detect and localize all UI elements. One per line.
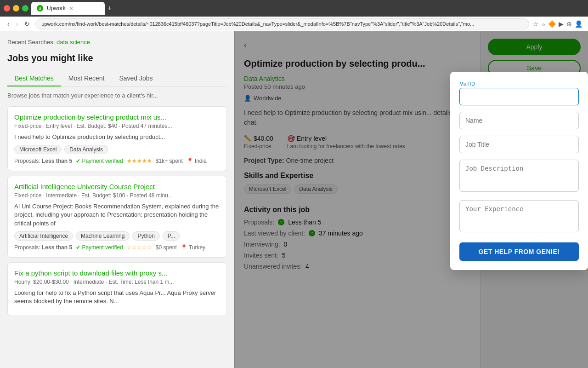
mail-id-input[interactable]: [459, 88, 579, 105]
rating-1: ★★★★★: [127, 158, 152, 164]
ext-icon-2: 🔶: [548, 20, 556, 28]
tag-data-analysis: Data Analysis: [64, 145, 108, 154]
ext-icon-4: ⊕: [566, 20, 572, 28]
job-card-3[interactable]: Fix a python script to download files wi…: [7, 262, 227, 316]
job-card-1-title[interactable]: Optimize production by selecting product…: [14, 113, 220, 121]
tab-bar: U Upwork ✕ +: [31, 0, 584, 17]
job-card-2-desc: AI Uni Course Project: Books Recommendat…: [14, 202, 220, 228]
ext-icon-5: 👤: [575, 20, 582, 28]
tab-favicon: U: [37, 5, 43, 12]
active-tab[interactable]: U Upwork ✕: [31, 2, 105, 15]
job-card-2-tags: Artificial Intelligence Machine Learning…: [14, 231, 220, 241]
job-card-2-title[interactable]: Artificial Intelligence University Cours…: [14, 183, 220, 190]
browse-text: Browse jobs that match your experience t…: [7, 92, 227, 99]
proposals-label-1: Proposals: Less than 5: [14, 158, 72, 164]
maximize-window-btn[interactable]: [22, 5, 28, 12]
genie-submit-btn[interactable]: GET HELP FROM GENIE!: [459, 242, 579, 261]
proposals-label-2: Proposals: Less than 5: [14, 244, 72, 251]
minimize-window-btn[interactable]: [13, 5, 19, 12]
spend-2: $0 spent: [156, 244, 177, 251]
window-controls: [4, 5, 28, 12]
job-card-3-title[interactable]: Fix a python script to download files wi…: [14, 269, 220, 277]
tag-excel: Microsoft Excel: [14, 145, 62, 154]
tab-close-btn[interactable]: ✕: [69, 6, 73, 11]
tag-python: Python: [132, 231, 159, 241]
job-card-1-desc: I need help to Optimize production by se…: [14, 133, 220, 141]
ext-icon-3: ▶: [559, 20, 564, 28]
spend-1: $1k+ spent: [156, 158, 183, 164]
location-2: 📍 Turkey: [181, 244, 205, 251]
bookmark-icon: ☆: [533, 20, 539, 28]
job-card-3-meta: Hourly: $20.00-$30.00 · Intermediate · E…: [14, 279, 220, 285]
tab-title: Upwork: [47, 5, 66, 12]
recent-search-link[interactable]: data science: [57, 39, 90, 46]
job-card-2-meta: Fixed-price · Intermediate · Est. Budget…: [14, 192, 220, 199]
payment-verified-1: ✔ Payment verified: [76, 158, 123, 164]
mail-id-field: Mail ID: [459, 81, 579, 105]
back-btn[interactable]: ‹: [6, 18, 11, 29]
name-input[interactable]: [459, 112, 579, 129]
address-bar: ‹ › ↻ upwork.com/nx/find-work/best-match…: [0, 17, 588, 31]
extension-icons: ☆ ⬦ 🔶 ▶ ⊕ 👤: [533, 20, 582, 28]
tab-saved-jobs[interactable]: Saved Jobs: [112, 71, 160, 86]
modal-overlay: Mail ID GET HELP FROM GENIE!: [234, 31, 588, 368]
job-card-3-desc: Looking for help to fix a Python script …: [14, 289, 220, 305]
experience-input[interactable]: [459, 200, 579, 232]
tag-ai: Artificial Intelligence: [14, 231, 73, 241]
job-title-input[interactable]: [459, 136, 579, 153]
recent-searches: Recent Searches: data science: [7, 39, 227, 46]
job-description-field: [459, 160, 579, 194]
new-tab-btn[interactable]: +: [107, 4, 112, 12]
job-description-input[interactable]: [459, 160, 579, 192]
close-window-btn[interactable]: [4, 5, 10, 12]
rating-2: ☆☆☆☆☆: [127, 244, 152, 251]
location-1: 📍 India: [187, 158, 207, 164]
ext-icon-1: ⬦: [542, 20, 545, 28]
job-card-1-footer: Proposals: Less than 5 ✔ Payment verifie…: [14, 158, 220, 164]
job-card-1[interactable]: Optimize production by selecting product…: [7, 106, 227, 171]
left-panel: Recent Searches: data science Jobs you m…: [0, 31, 234, 368]
payment-verified-2: ✔ Payment verified: [76, 244, 123, 251]
nav-buttons: ‹ › ↻: [6, 18, 32, 29]
tab-most-recent[interactable]: Most Recent: [61, 71, 112, 86]
forward-btn[interactable]: ›: [14, 18, 20, 29]
url-bar[interactable]: upwork.com/nx/find-work/best-matches/det…: [35, 18, 529, 29]
tab-best-matches[interactable]: Best Matches: [7, 71, 61, 86]
mail-id-label: Mail ID: [459, 81, 579, 86]
job-card-2[interactable]: Artificial Intelligence University Cours…: [7, 176, 227, 258]
name-field: [459, 112, 579, 129]
job-card-1-tags: Microsoft Excel Data Analysis: [14, 145, 220, 154]
reload-btn[interactable]: ↻: [23, 18, 32, 29]
job-tab-nav: Best Matches Most Recent Saved Jobs: [7, 71, 227, 86]
page-title: Jobs you might like: [7, 53, 227, 63]
genie-modal: Mail ID GET HELP FROM GENIE!: [450, 72, 588, 270]
experience-field: [459, 200, 579, 234]
browser-chrome: U Upwork ✕ +: [0, 0, 588, 17]
tag-ml: Machine Learning: [76, 231, 130, 241]
job-card-2-footer: Proposals: Less than 5 ✔ Payment verifie…: [14, 244, 220, 251]
tag-other: P...: [163, 231, 180, 241]
job-title-field: [459, 136, 579, 153]
job-card-1-meta: Fixed-price · Entry level · Est. Budget:…: [14, 123, 220, 129]
main-content: Recent Searches: data science Jobs you m…: [0, 31, 588, 368]
